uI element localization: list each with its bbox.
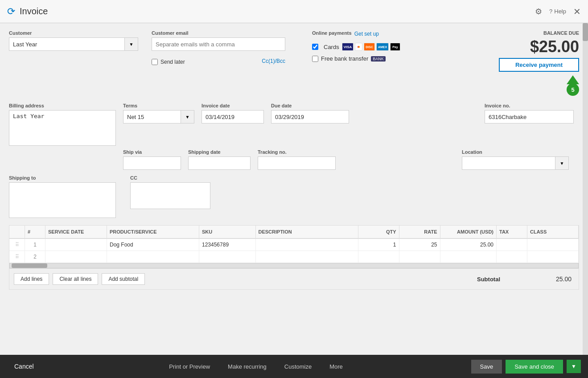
billing-address-input[interactable]: Last Year (9, 110, 116, 146)
class-cell-1[interactable] (527, 238, 579, 251)
print-preview-button[interactable]: Print or Preview (160, 360, 219, 374)
col-class: CLASS (527, 226, 579, 238)
table-scroll-wrapper[interactable]: # SERVICE DATE PRODUCT/SERVICE SKU DESCR (9, 226, 579, 263)
cards-label: Cards (324, 44, 339, 50)
billing-address-section: Billing address Last Year (9, 103, 116, 146)
description-cell-2[interactable] (255, 251, 358, 263)
service-date-cell-1[interactable] (45, 238, 107, 251)
card-icons: VISA ●● DISC AMEX Pay (342, 43, 400, 51)
customer-input[interactable] (9, 37, 125, 51)
customer-section: Customer ▼ (9, 30, 143, 51)
cc-input[interactable] (130, 182, 210, 209)
description-cell-1[interactable] (255, 238, 358, 251)
customer-email-label: Customer email (152, 30, 285, 36)
scrollbar-thumb[interactable] (583, 23, 588, 41)
qty-cell-1[interactable]: 1 (358, 238, 399, 251)
app-logo-icon: ⟳ (7, 6, 15, 17)
vertical-scrollbar[interactable] (583, 23, 588, 355)
cards-checkbox[interactable] (312, 44, 318, 50)
sku-cell-2[interactable] (199, 251, 256, 263)
clear-all-lines-button[interactable]: Clear all lines (53, 273, 98, 285)
col-rate: RATE (399, 226, 440, 238)
save-close-dropdown-button[interactable]: ▼ (567, 360, 581, 373)
save-close-button[interactable]: Save and close (506, 360, 563, 374)
invoice-no-input[interactable] (485, 110, 574, 123)
rate-cell-1[interactable]: 25 (399, 238, 440, 251)
customer-dropdown-button[interactable]: ▼ (125, 37, 138, 51)
drag-handle-2[interactable]: ⠿ (9, 251, 25, 263)
subtotal-label: Subtotal (477, 276, 500, 283)
payments-header: Online payments Get set up (312, 30, 401, 37)
tax-cell-1[interactable] (497, 238, 527, 251)
col-sku: SKU (199, 226, 256, 238)
tracking-no-label: Tracking no. (258, 149, 336, 155)
table-row: ⠿ 1 Dog Food 123456789 1 25 25.00 (9, 238, 579, 251)
amount-cell-2[interactable] (440, 251, 497, 263)
step-arrow-indicator: 5 (490, 75, 579, 96)
due-date-input[interactable] (271, 110, 349, 123)
location-input[interactable] (462, 156, 555, 170)
terms-input[interactable] (123, 110, 181, 123)
shipping-date-input[interactable] (188, 156, 251, 170)
mastercard-icon: ●● (355, 43, 362, 51)
row-num-2: 2 (25, 251, 45, 263)
receive-payment-button[interactable]: Receive payment (499, 58, 579, 72)
col-amount: AMOUNT (USD) (440, 226, 497, 238)
invoice-date-input[interactable] (201, 110, 264, 123)
close-icon[interactable]: ✕ (573, 6, 581, 17)
class-cell-2[interactable] (527, 251, 579, 263)
cc-label: CC (130, 175, 210, 181)
col-tax: TAX (497, 226, 527, 238)
add-subtotal-button[interactable]: Add subtotal (102, 273, 145, 285)
bank-transfer-checkbox[interactable] (312, 56, 318, 62)
cancel-button[interactable]: Cancel (7, 359, 41, 374)
service-date-cell-2[interactable] (45, 251, 107, 263)
qty-cell-2[interactable] (358, 251, 399, 263)
product-service-cell-1[interactable]: Dog Food (107, 238, 199, 251)
bank-transfer-option: Free bank transfer BANK (312, 55, 401, 62)
footer-left: Cancel (7, 359, 41, 374)
shipping-to-input[interactable] (9, 182, 116, 218)
tax-cell-2[interactable] (497, 251, 527, 263)
horizontal-scrollbar[interactable] (9, 263, 579, 268)
sku-cell-1[interactable]: 123456789 (199, 238, 256, 251)
ship-form: Ship via Shipping date Tracking no. Loca… (9, 149, 579, 170)
drag-handle-1[interactable]: ⠿ (9, 238, 25, 251)
location-section: Location ▼ (462, 149, 574, 170)
invoice-table-section: # SERVICE DATE PRODUCT/SERVICE SKU DESCR (9, 225, 579, 290)
location-dropdown-button[interactable]: ▼ (555, 156, 569, 170)
tracking-no-input[interactable] (258, 156, 336, 170)
discover-icon: DISC (364, 43, 375, 51)
terms-dropdown-button[interactable]: ▼ (181, 110, 194, 123)
product-service-cell-2[interactable] (107, 251, 199, 263)
cc-bcc-link[interactable]: Cc(1)/Bcc (262, 58, 285, 64)
invoice-date-label: Invoice date (201, 103, 264, 108)
header-right: ⚙ ? Help ✕ (535, 6, 581, 17)
more-button[interactable]: More (321, 360, 352, 374)
customer-email-input[interactable] (152, 37, 285, 51)
scrollbar-thumb-h[interactable] (12, 263, 47, 268)
amount-cell-1[interactable]: 25.00 (440, 238, 497, 251)
second-row-form: Shipping to CC (9, 175, 579, 218)
customize-button[interactable]: Customize (275, 360, 321, 374)
invoice-no-section: Invoice no. (485, 103, 574, 123)
col-service-date: SERVICE DATE (45, 226, 107, 238)
balance-due-label: BALANCE DUE (490, 30, 579, 36)
shipping-to-label: Shipping to (9, 175, 116, 181)
add-lines-button[interactable]: Add lines (14, 273, 49, 285)
get-set-up-link[interactable]: Get set up (354, 31, 379, 37)
tracking-section: Tracking no. (258, 149, 336, 170)
due-date-label: Due date (271, 103, 333, 108)
terms-label: Terms (123, 103, 194, 108)
save-button[interactable]: Save (471, 360, 502, 374)
online-payments-section: Online payments Get set up Cards VISA ●●… (312, 30, 401, 65)
ship-via-input[interactable] (123, 156, 181, 170)
settings-icon[interactable]: ⚙ (535, 7, 542, 16)
bank-transfer-label: Free bank transfer (321, 55, 368, 62)
middle-form: Billing address Last Year Terms ▼ Invoic… (9, 103, 579, 146)
row-num-1: 1 (25, 238, 45, 251)
make-recurring-button[interactable]: Make recurring (219, 360, 275, 374)
rate-cell-2[interactable] (399, 251, 440, 263)
help-button[interactable]: ? Help (549, 8, 566, 15)
send-later-checkbox[interactable] (152, 59, 158, 65)
